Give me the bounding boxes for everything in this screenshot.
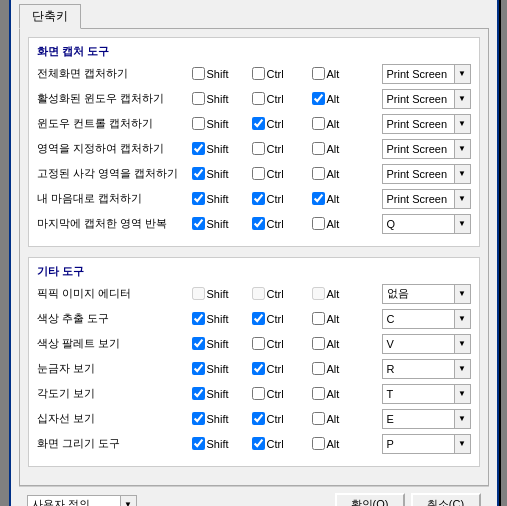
ctrl-checkbox-0[interactable] bbox=[252, 67, 265, 80]
shift-checkbox-t4[interactable] bbox=[192, 387, 205, 400]
row-label: 내 마음대로 캡처하기 bbox=[37, 191, 192, 206]
shift-checkbox-t0[interactable] bbox=[192, 287, 205, 300]
combo-arrow-6[interactable]: ▼ bbox=[454, 215, 470, 233]
tab-bar: 단축키 bbox=[19, 4, 489, 29]
alt-checkbox-t4[interactable] bbox=[312, 387, 325, 400]
ctrl-checkbox-1[interactable] bbox=[252, 92, 265, 105]
combo-arrow-t6[interactable]: ▼ bbox=[454, 435, 470, 453]
key-combo-t6[interactable]: P ▼ bbox=[382, 434, 471, 454]
shift-checkbox-3[interactable] bbox=[192, 142, 205, 155]
ctrl-checkbox-5[interactable] bbox=[252, 192, 265, 205]
key-combo-6[interactable]: Q ▼ bbox=[382, 214, 471, 234]
combo-arrow-5[interactable]: ▼ bbox=[454, 190, 470, 208]
ok-button[interactable]: 확인(O) bbox=[335, 493, 405, 507]
shift-checkbox-t5[interactable] bbox=[192, 412, 205, 425]
alt-checkbox-t0[interactable] bbox=[312, 287, 325, 300]
alt-checkbox-t2[interactable] bbox=[312, 337, 325, 350]
table-row: 내 마음대로 캡처하기 Shift Ctrl Alt Print Screen … bbox=[37, 188, 471, 210]
shift-checkbox-t1[interactable] bbox=[192, 312, 205, 325]
shift-checkbox-0[interactable] bbox=[192, 67, 205, 80]
alt-checkbox-6[interactable] bbox=[312, 217, 325, 230]
ctrl-checkbox-4[interactable] bbox=[252, 167, 265, 180]
table-row: 윈도우 컨트롤 캡처하기 Shift Ctrl Alt Print Screen… bbox=[37, 113, 471, 135]
checkbox-group: Shift Ctrl Alt bbox=[192, 117, 382, 130]
combo-arrow-0[interactable]: ▼ bbox=[454, 65, 470, 83]
user-define-area: 사용자 정의 ▼ bbox=[27, 495, 137, 507]
combo-arrow-t5[interactable]: ▼ bbox=[454, 410, 470, 428]
shift-checkbox-1[interactable] bbox=[192, 92, 205, 105]
user-define-arrow[interactable]: ▼ bbox=[120, 496, 136, 507]
checkbox-group: Shift Ctrl Alt bbox=[192, 437, 382, 450]
tab-shortcut[interactable]: 단축키 bbox=[19, 4, 81, 29]
ctrl-checkbox-t3[interactable] bbox=[252, 362, 265, 375]
combo-arrow-3[interactable]: ▼ bbox=[454, 140, 470, 158]
alt-checkbox-t6[interactable] bbox=[312, 437, 325, 450]
key-combo-t5[interactable]: E ▼ bbox=[382, 409, 471, 429]
key-value-t1: C bbox=[383, 312, 454, 326]
combo-arrow-t4[interactable]: ▼ bbox=[454, 385, 470, 403]
key-combo-t2[interactable]: V ▼ bbox=[382, 334, 471, 354]
row-label: 전체화면 캡처하기 bbox=[37, 66, 192, 81]
key-combo-t3[interactable]: R ▼ bbox=[382, 359, 471, 379]
ctrl-checkbox-t0[interactable] bbox=[252, 287, 265, 300]
shift-checkbox-t2[interactable] bbox=[192, 337, 205, 350]
ctrl-checkbox-t1[interactable] bbox=[252, 312, 265, 325]
shift-checkbox-t3[interactable] bbox=[192, 362, 205, 375]
combo-arrow-t3[interactable]: ▼ bbox=[454, 360, 470, 378]
shift-checkbox-6[interactable] bbox=[192, 217, 205, 230]
tools-section: 기타 도구 픽픽 이미지 에디터 Shift Ctrl Alt 없음 ▼ bbox=[28, 257, 480, 467]
key-combo-t1[interactable]: C ▼ bbox=[382, 309, 471, 329]
combo-arrow-t0[interactable]: ▼ bbox=[454, 285, 470, 303]
main-window: 기능 단축키 설정 _ □ ✕ 단축키 화면 캡처 도구 전체화면 캡처하기 S… bbox=[9, 0, 499, 506]
alt-checkbox-5[interactable] bbox=[312, 192, 325, 205]
alt-checkbox-t1[interactable] bbox=[312, 312, 325, 325]
row-label: 윈도우 컨트롤 캡처하기 bbox=[37, 116, 192, 131]
capture-section-title: 화면 캡처 도구 bbox=[37, 44, 471, 59]
alt-checkbox-2[interactable] bbox=[312, 117, 325, 130]
combo-arrow-4[interactable]: ▼ bbox=[454, 165, 470, 183]
key-combo-4[interactable]: Print Screen ▼ bbox=[382, 164, 471, 184]
combo-arrow-1[interactable]: ▼ bbox=[454, 90, 470, 108]
alt-checkbox-t3[interactable] bbox=[312, 362, 325, 375]
ctrl-checkbox-2[interactable] bbox=[252, 117, 265, 130]
key-value-t5: E bbox=[383, 412, 454, 426]
ctrl-checkbox-t6[interactable] bbox=[252, 437, 265, 450]
tab-panel: 화면 캡처 도구 전체화면 캡처하기 Shift Ctrl bbox=[19, 28, 489, 486]
combo-arrow-t1[interactable]: ▼ bbox=[454, 310, 470, 328]
ctrl-checkbox-t5[interactable] bbox=[252, 412, 265, 425]
combo-arrow-t2[interactable]: ▼ bbox=[454, 335, 470, 353]
alt-checkbox-t5[interactable] bbox=[312, 412, 325, 425]
shift-checkbox-4[interactable] bbox=[192, 167, 205, 180]
alt-checkbox-1[interactable] bbox=[312, 92, 325, 105]
key-combo-3[interactable]: Print Screen ▼ bbox=[382, 139, 471, 159]
key-combo-t4[interactable]: T ▼ bbox=[382, 384, 471, 404]
ctrl-checkbox-6[interactable] bbox=[252, 217, 265, 230]
ctrl-checkbox-t4[interactable] bbox=[252, 387, 265, 400]
row-label: 십자선 보기 bbox=[37, 411, 192, 426]
ctrl-checkbox-t2[interactable] bbox=[252, 337, 265, 350]
window-content: 단축키 화면 캡처 도구 전체화면 캡처하기 Shift Ctr bbox=[11, 0, 497, 506]
alt-checkbox-0[interactable] bbox=[312, 67, 325, 80]
shift-check-0: Shift bbox=[192, 67, 250, 80]
key-combo-5[interactable]: Print Screen ▼ bbox=[382, 189, 471, 209]
alt-checkbox-4[interactable] bbox=[312, 167, 325, 180]
shift-checkbox-t6[interactable] bbox=[192, 437, 205, 450]
key-combo-2[interactable]: Print Screen ▼ bbox=[382, 114, 471, 134]
shift-checkbox-5[interactable] bbox=[192, 192, 205, 205]
combo-arrow-2[interactable]: ▼ bbox=[454, 115, 470, 133]
ctrl-checkbox-3[interactable] bbox=[252, 142, 265, 155]
key-value-1: Print Screen bbox=[383, 92, 454, 106]
checkbox-group: Shift Ctrl Alt bbox=[192, 142, 382, 155]
alt-checkbox-3[interactable] bbox=[312, 142, 325, 155]
key-combo-1[interactable]: Print Screen ▼ bbox=[382, 89, 471, 109]
key-value-t0: 없음 bbox=[383, 285, 454, 302]
cancel-button[interactable]: 취소(C) bbox=[411, 493, 481, 507]
shift-checkbox-2[interactable] bbox=[192, 117, 205, 130]
key-combo-0[interactable]: Print Screen ▼ bbox=[382, 64, 471, 84]
checkbox-group: Shift Ctrl Alt bbox=[192, 412, 382, 425]
tools-section-title: 기타 도구 bbox=[37, 264, 471, 279]
user-define-combo[interactable]: 사용자 정의 ▼ bbox=[27, 495, 137, 507]
key-value-5: Print Screen bbox=[383, 192, 454, 206]
key-value-t6: P bbox=[383, 437, 454, 451]
key-combo-t0[interactable]: 없음 ▼ bbox=[382, 284, 471, 304]
